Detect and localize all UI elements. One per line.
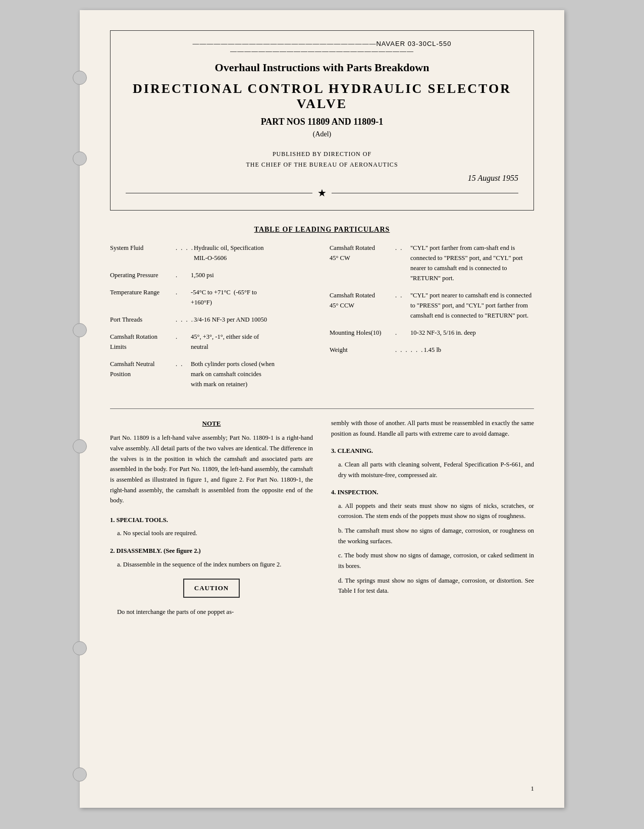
divider	[110, 408, 534, 409]
publication-date: 15 August 1955	[126, 174, 518, 183]
temperature-range-value: -54°C to +71°C (-65°F to+160°F)	[191, 287, 314, 307]
temperature-range-label: Temperature Range	[110, 287, 176, 297]
header-box: NAVAER 03-30CL-550 Overhaul Instructions…	[110, 30, 534, 211]
camshaft-rotation-label: Camshaft RotationLimits	[110, 332, 176, 352]
binding-hole-3	[73, 323, 87, 337]
port-threads-value: 3/4-16 NF-3 per AND 10050	[194, 315, 314, 325]
main-col-left: NOTE Part No. 11809 is a left-hand valve…	[110, 418, 313, 621]
main-content: NOTE Part No. 11809 is a left-hand valve…	[110, 418, 534, 621]
binding-hole-6	[73, 767, 87, 782]
particular-temperature-range: Temperature Range . -54°C to +71°C (-65°…	[110, 287, 314, 307]
particulars-col-right: Camshaft Rotated45° CW . . "CYL" port fa…	[330, 243, 534, 396]
operating-pressure-value: 1,500 psi	[191, 270, 314, 280]
mounting-holes-label: Mounting Holes(10)	[330, 328, 395, 338]
particular-operating-pressure: Operating Pressure . 1,500 psi	[110, 270, 314, 280]
system-fluid-label: System Fluid	[110, 243, 176, 253]
title-main: Overhaul Instructions with Parts Breakdo…	[126, 61, 518, 74]
camshaft-neutral-label: Camshaft NeutralPosition	[110, 359, 176, 379]
inspection-sub-b: b. The camshaft must show no signs of da…	[338, 526, 534, 546]
inspection-sub-c: c. The body must show no signs of damage…	[338, 550, 534, 571]
particular-camshaft-rotation: Camshaft RotationLimits . 45°, +3°, -1°,…	[110, 332, 314, 352]
doc-number: NAVAER 03-30CL-550	[126, 40, 518, 55]
temperature-range-dots: .	[176, 287, 191, 297]
port-threads-dots: . . . .	[176, 315, 194, 325]
particular-mounting-holes: Mounting Holes(10) . 10-32 NF-3, 5/16 in…	[330, 328, 534, 338]
particulars-col-left: System Fluid . . . . Hydraulic oil, Spec…	[110, 243, 314, 396]
particular-camshaft-45cw: Camshaft Rotated45° CW . . "CYL" port fa…	[330, 243, 534, 283]
particular-camshaft-neutral: Camshaft NeutralPosition . . Both cylind…	[110, 359, 314, 389]
camshaft-45ccw-dots: . .	[395, 290, 410, 300]
particulars-section-title: TABLE OF LEADING PARTICULARS	[110, 226, 534, 234]
camshaft-neutral-dots: . .	[176, 359, 191, 369]
inspection-sub-a: a. All poppets and their seats must show…	[338, 501, 534, 522]
caution-continuation: sembly with those of another. All parts …	[331, 418, 534, 439]
page-number: 1	[531, 785, 534, 793]
camshaft-neutral-value: Both cylinder ports closed (whenmark on …	[191, 359, 314, 389]
disassembly-heading: 2. DISASSEMBLY. (See figure 2.)	[110, 546, 313, 556]
star-divider: ★	[126, 187, 518, 199]
weight-value: 1.45 lb	[423, 345, 534, 355]
published-line2: THE CHIEF OF THE BUREAU OF AERONAUTICS	[126, 161, 518, 169]
caution-wrapper: CAUTION	[110, 574, 313, 602]
particular-camshaft-45ccw: Camshaft Rotated45° CCW . . "CYL" port n…	[330, 290, 534, 321]
system-fluid-dots: . . . .	[176, 243, 194, 253]
operating-pressure-label: Operating Pressure	[110, 270, 176, 280]
port-threads-label: Port Threads	[110, 315, 176, 325]
mounting-holes-value: 10-32 NF-3, 5/16 in. deep	[410, 328, 534, 338]
inspection-sub-d: d. The springs must show no signs of dam…	[338, 576, 534, 596]
camshaft-45cw-dots: . .	[395, 243, 410, 253]
cleaning-heading: 3. CLEANING.	[331, 446, 534, 456]
manufacturer: (Adel)	[126, 130, 518, 138]
particulars-table: System Fluid . . . . Hydraulic oil, Spec…	[110, 243, 534, 396]
binding-hole-5	[73, 641, 87, 655]
particular-system-fluid: System Fluid . . . . Hydraulic oil, Spec…	[110, 243, 314, 263]
camshaft-45ccw-label: Camshaft Rotated45° CCW	[330, 290, 395, 310]
camshaft-45cw-value: "CYL" port farther from cam-shaft end is…	[410, 243, 534, 283]
main-col-right: sembly with those of another. All parts …	[331, 418, 534, 621]
disassembly-sub: a. Disassemble in the sequence of the in…	[117, 559, 313, 570]
title-sub: DIRECTIONAL CONTROL HYDRAULIC SELECTOR V…	[126, 81, 518, 112]
mounting-holes-dots: .	[395, 328, 410, 338]
caution-box: CAUTION	[183, 579, 240, 597]
special-tools-sub: a. No special tools are required.	[117, 528, 313, 539]
weight-dots: . . . . . .	[395, 345, 423, 355]
camshaft-rotation-dots: .	[176, 332, 191, 342]
operating-pressure-dots: .	[176, 270, 191, 280]
inspection-heading: 4. INSPECTION.	[331, 487, 534, 498]
caution-text: Do not interchange the parts of one popp…	[117, 607, 313, 617]
camshaft-rotation-value: 45°, +3°, -1°, either side ofneutral	[191, 332, 314, 352]
page: NAVAER 03-30CL-550 Overhaul Instructions…	[80, 10, 564, 808]
note-section: NOTE Part No. 11809 is a left-hand valve…	[110, 418, 313, 506]
system-fluid-value: Hydraulic oil, SpecificationMIL-O-5606	[194, 243, 314, 263]
published-line1: PUBLISHED BY DIRECTION OF	[126, 150, 518, 158]
camshaft-45ccw-value: "CYL" port nearer to camshaft end is con…	[410, 290, 534, 321]
note-text: Part No. 11809 is a left-hand valve asse…	[110, 433, 313, 505]
part-numbers: PART NOS 11809 AND 11809-1	[126, 117, 518, 127]
binding-hole-2	[73, 151, 87, 166]
particular-port-threads: Port Threads . . . . 3/4-16 NF-3 per AND…	[110, 315, 314, 325]
note-title: NOTE	[110, 418, 313, 429]
special-tools-heading: 1. SPECIAL TOOLS.	[110, 515, 313, 526]
binding-hole-1	[73, 71, 87, 85]
cleaning-sub-a: a. Clean all parts with cleaning solvent…	[338, 459, 534, 480]
weight-label: Weight	[330, 345, 395, 355]
camshaft-45cw-label: Camshaft Rotated45° CW	[330, 243, 395, 263]
particular-weight: Weight . . . . . . 1.45 lb	[330, 345, 534, 355]
binding-hole-4	[73, 439, 87, 453]
